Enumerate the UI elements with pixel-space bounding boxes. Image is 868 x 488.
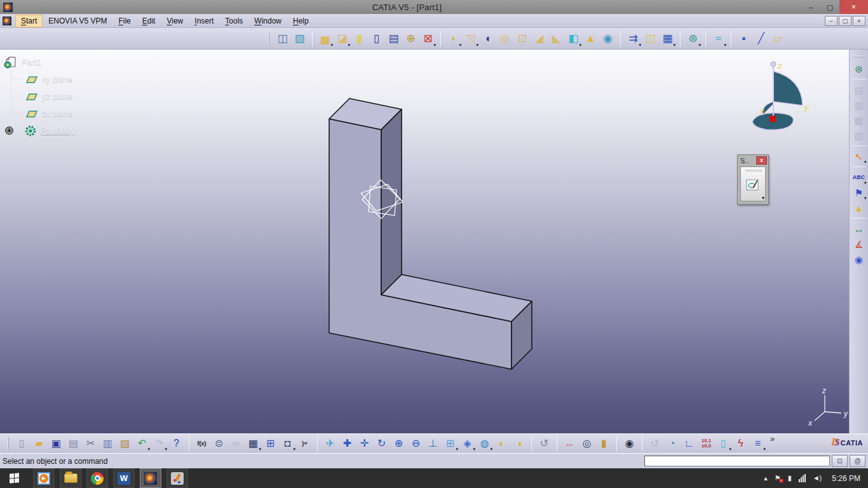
copy-icon[interactable]: ▥ bbox=[99, 436, 116, 451]
new-document-icon[interactable]: ▯ bbox=[13, 436, 31, 451]
taskbar-word[interactable]: W bbox=[113, 468, 135, 488]
turntable-icon[interactable]: ↺ bbox=[536, 436, 553, 451]
chevron-down-icon[interactable]: ▾ bbox=[762, 195, 764, 201]
print-icon[interactable]: ▤ bbox=[65, 436, 82, 451]
view-compass[interactable]: z y x bbox=[752, 61, 810, 130]
chevron-down-icon[interactable]: ▾ bbox=[330, 43, 333, 48]
measure-inertia-icon[interactable]: ◉ bbox=[851, 252, 867, 267]
chevron-down-icon[interactable]: ▾ bbox=[259, 447, 261, 452]
close-button[interactable]: × bbox=[839, 0, 868, 14]
context-help-icon[interactable]: ? bbox=[168, 436, 185, 451]
link-icon[interactable]: ∞ bbox=[227, 436, 245, 451]
chevron-down-icon[interactable]: ▾ bbox=[579, 43, 581, 48]
draft-angle-icon[interactable]: ◖ bbox=[479, 30, 496, 47]
redo-icon[interactable]: ↷▾ bbox=[151, 436, 168, 451]
mdi-close-button[interactable]: × bbox=[853, 16, 865, 26]
hide-show-icon[interactable]: ◐ bbox=[493, 436, 510, 451]
taskbar-catia-active[interactable] bbox=[140, 468, 161, 488]
menu-window[interactable]: Window bbox=[248, 15, 287, 27]
compass-free-rotation-handle[interactable] bbox=[771, 62, 776, 67]
pdm-tool-icon-3[interactable]: ▦ bbox=[851, 112, 867, 128]
isometric-view-icon[interactable]: ◈▾ bbox=[459, 436, 476, 451]
part-face-column-right[interactable] bbox=[381, 109, 402, 295]
mirror-icon[interactable]: ◫ bbox=[642, 30, 659, 47]
power-input-toggle-button[interactable]: @ bbox=[850, 455, 865, 467]
chevron-down-icon[interactable]: ▾ bbox=[459, 43, 461, 48]
sketch-tools-icon[interactable]: ▨ bbox=[291, 30, 308, 47]
surface-features-icon[interactable]: ≈▾ bbox=[710, 30, 727, 47]
shaft-icon[interactable]: ▮ bbox=[351, 30, 368, 47]
chevron-down-icon[interactable]: ▾ bbox=[490, 447, 492, 452]
chevron-down-icon[interactable]: ▾ bbox=[476, 43, 478, 48]
lock-icon[interactable]: ◘▾ bbox=[279, 436, 296, 451]
knowledge-structure-icon[interactable]: ⊞ bbox=[262, 436, 279, 451]
chevron-down-icon[interactable]: ▾ bbox=[673, 43, 675, 48]
part-edit-icon[interactable]: ▯▾ bbox=[715, 436, 732, 451]
shell-icon[interactable]: ◎ bbox=[496, 30, 513, 47]
plane-icon[interactable]: ▱ bbox=[770, 30, 787, 47]
wedge-draft-2-icon[interactable]: ◣ bbox=[548, 30, 565, 47]
sew-surface-icon[interactable]: ▲ bbox=[582, 30, 599, 47]
tree-item-zx-plane[interactable]: zx plane bbox=[4, 105, 74, 122]
chevron-down-icon[interactable]: ▾ bbox=[165, 447, 167, 452]
chevron-down-icon[interactable]: ▾ bbox=[763, 447, 766, 452]
menu-start[interactable]: Start bbox=[15, 15, 43, 27]
equivalent-dimensions-icon[interactable]: }= bbox=[296, 436, 313, 451]
close-icon[interactable]: x bbox=[756, 156, 767, 165]
pdm-tool-icon-4[interactable]: ▧ bbox=[851, 128, 867, 143]
measure-clamp-icon[interactable]: ◎ bbox=[578, 436, 595, 451]
remove-block-icon[interactable]: ⊠▾ bbox=[419, 30, 437, 47]
zoom-out-icon[interactable]: ⊖ bbox=[407, 436, 424, 451]
flag-note-icon[interactable]: ⚑▾ bbox=[851, 185, 867, 200]
chevron-down-icon[interactable]: ▾ bbox=[698, 43, 701, 48]
restore-button[interactable]: ▢ bbox=[820, 0, 839, 14]
battery-icon[interactable]: ▮ bbox=[788, 475, 792, 482]
edge-fillet-icon[interactable]: ◗▾ bbox=[445, 30, 462, 47]
chamfer-icon[interactable]: ◹▾ bbox=[462, 30, 479, 47]
toolbar-handle[interactable] bbox=[853, 56, 865, 58]
open-document-icon[interactable]: ▰ bbox=[31, 436, 48, 451]
mouse-3d-icon[interactable]: ◔ bbox=[663, 436, 681, 451]
tree-item-part1[interactable]: Part1 bbox=[4, 53, 74, 71]
formula-icon[interactable]: f(x) bbox=[193, 436, 210, 451]
toolbar-overflow-chevron[interactable]: » bbox=[770, 434, 775, 444]
toolbar-handle[interactable] bbox=[268, 32, 271, 45]
chevron-down-icon[interactable]: ▾ bbox=[864, 159, 867, 165]
tree-item-partbody[interactable]: + PartBody bbox=[4, 122, 74, 139]
action-center-icon[interactable]: ⚑x bbox=[775, 475, 781, 482]
weight-icon[interactable]: ▮ bbox=[595, 436, 613, 451]
weld-feature-icon[interactable]: ▲ bbox=[851, 200, 867, 215]
workbench-icon[interactable]: ⊛ bbox=[851, 61, 867, 76]
quick-view-icon[interactable]: ⊞▾ bbox=[442, 436, 459, 451]
chevron-down-icon[interactable]: ▾ bbox=[348, 43, 350, 48]
sketcher-toolbar-header[interactable]: S.. x bbox=[738, 155, 768, 166]
measure-item-icon[interactable]: ∡ bbox=[851, 236, 867, 252]
taskbar-clock[interactable]: 5:26 PM bbox=[832, 474, 868, 483]
scaling-icon[interactable]: ⊛▾ bbox=[684, 30, 702, 47]
capture-icon[interactable]: ◉ bbox=[621, 436, 638, 451]
comment-icon[interactable]: ⊜ bbox=[210, 436, 227, 451]
pdm-tool-icon-2[interactable]: ▥ bbox=[851, 97, 867, 112]
axis-system-icon[interactable]: ∟ bbox=[681, 436, 698, 451]
menu-edit[interactable]: Edit bbox=[137, 15, 161, 27]
chevron-down-icon[interactable]: ▾ bbox=[433, 43, 436, 48]
tray-expand-icon[interactable]: ▴ bbox=[764, 475, 768, 482]
sketch-button[interactable]: ▾ bbox=[740, 166, 766, 201]
groove-icon[interactable]: ▯ bbox=[368, 30, 385, 47]
measure-between-icon[interactable]: ↔ bbox=[851, 221, 867, 236]
taskbar-media-player[interactable]: ▶ bbox=[33, 468, 55, 488]
tree-expander-icon[interactable]: + bbox=[5, 126, 13, 135]
chevron-down-icon[interactable]: ▾ bbox=[293, 447, 295, 452]
rectangular-pattern-icon[interactable]: ▦▾ bbox=[659, 30, 676, 47]
mdi-minimize-button[interactable]: – bbox=[825, 16, 837, 26]
paste-icon[interactable]: ▧ bbox=[116, 436, 133, 451]
translate-icon[interactable]: ⇉▾ bbox=[625, 30, 642, 47]
rib-icon[interactable]: ▤ bbox=[385, 30, 402, 47]
pan-icon[interactable]: ✛ bbox=[356, 436, 373, 451]
network-signal-icon[interactable] bbox=[799, 474, 806, 482]
normal-view-icon[interactable]: ⊥ bbox=[424, 436, 442, 451]
chevron-down-icon[interactable]: ▾ bbox=[147, 447, 150, 452]
pad-icon[interactable]: ▅▾ bbox=[316, 30, 334, 47]
minimize-button[interactable]: – bbox=[801, 0, 820, 14]
thick-surface-icon[interactable]: ◧▾ bbox=[565, 30, 582, 47]
